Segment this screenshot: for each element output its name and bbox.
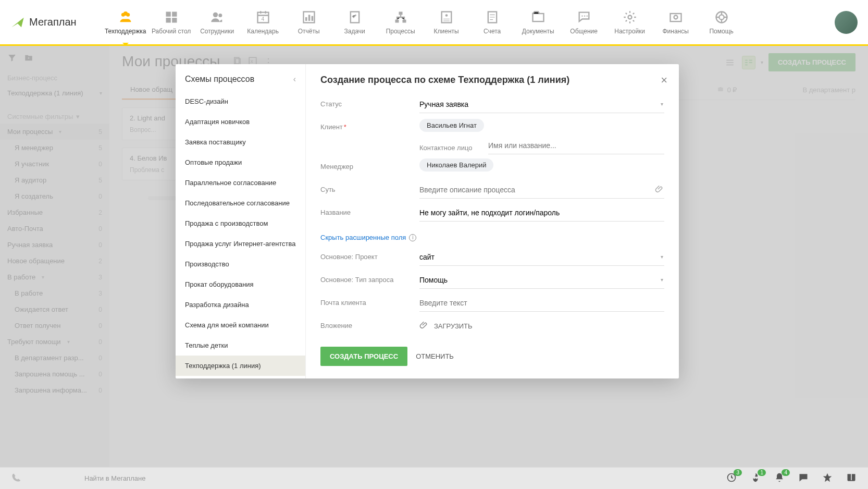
submit-button[interactable]: СОЗДАТЬ ПРОЦЕСС [320, 347, 407, 366]
nav-support[interactable]: Техподдержка [103, 10, 148, 35]
status-select[interactable] [419, 96, 664, 113]
staff-icon [210, 10, 225, 25]
book-icon[interactable] [846, 472, 857, 485]
top-nav: Мегаплан ТехподдержкаРабочий столСотрудн… [0, 0, 868, 46]
label-email: Почта клиента [320, 295, 419, 307]
badge-fire: 1 [758, 469, 766, 476]
scheme-item[interactable]: Продажа услуг Интернет-агентства [176, 234, 305, 254]
nav-chat[interactable]: Общение [561, 10, 607, 35]
svg-text:4: 4 [261, 16, 264, 22]
project-select[interactable] [419, 249, 664, 266]
nav-finance[interactable]: Финансы [653, 10, 699, 35]
row-client: Клиент* Васильев Игнат Контактное лицо [320, 119, 664, 154]
phone-icon[interactable] [11, 473, 22, 484]
nav-reports[interactable]: Отчёты [286, 10, 332, 35]
scheme-item[interactable]: Прокат оборудования [176, 274, 305, 295]
nav-tasks[interactable]: Задачи [332, 10, 378, 35]
cancel-button[interactable]: ОТМЕНИТЬ [416, 352, 454, 360]
scheme-item[interactable]: Параллельное согласование [176, 173, 305, 193]
paperclip-icon [419, 321, 429, 332]
nav-clients[interactable]: Клиенты [424, 10, 469, 35]
row-status: Статус ▾ [320, 96, 664, 115]
svg-rect-13 [308, 15, 310, 21]
global-search-placeholder[interactable]: Найти в Мегаплане [84, 474, 726, 482]
bell-icon[interactable]: 4 [774, 472, 785, 485]
label-project: Основное: Проект [320, 249, 419, 261]
upload-button[interactable]: ЗАГРУЗИТЬ [419, 317, 473, 335]
nav-help[interactable]: Помощь [699, 10, 745, 35]
nav-accounts[interactable]: Счета [469, 10, 515, 35]
nav-label: Календарь [247, 28, 279, 35]
close-icon[interactable]: × [661, 74, 667, 87]
nav-documents[interactable]: Документы [515, 10, 561, 35]
scheme-item[interactable]: Разработка дизайна [176, 295, 305, 315]
logo-text: Мегаплан [29, 16, 77, 28]
nav-desktop[interactable]: Рабочий стол [148, 10, 194, 35]
label-reqtype: Основное: Тип запроса [320, 272, 419, 284]
label-attachment: Вложение [320, 317, 419, 329]
svg-point-24 [584, 15, 585, 16]
logo-icon [10, 15, 25, 30]
bottom-icons: 3 1 4 [726, 472, 857, 485]
name-input[interactable] [419, 204, 664, 222]
nav-label: Настройки [614, 28, 645, 35]
svg-point-7 [213, 12, 217, 17]
star-icon[interactable] [822, 472, 833, 485]
scheme-item[interactable]: Техподдержка (1 линия) [176, 356, 305, 376]
fire-icon[interactable]: 1 [750, 472, 761, 485]
chat-icon [577, 10, 591, 25]
upload-label: ЗАГРУЗИТЬ [434, 322, 473, 330]
reqtype-select[interactable] [419, 272, 664, 289]
row-essence: Суть [320, 181, 664, 200]
info-icon: i [409, 234, 416, 241]
essence-input[interactable] [419, 181, 664, 199]
scheme-item[interactable]: Продажа с производством [176, 213, 305, 234]
svg-point-2 [123, 11, 128, 15]
label-client: Клиент* [320, 119, 419, 131]
nav-calendar[interactable]: 4Календарь [240, 10, 286, 35]
scheme-item[interactable]: Оптовые продажи [176, 152, 305, 173]
nav-label: Общение [570, 28, 598, 35]
row-email: Почта клиента [320, 295, 664, 313]
row-manager: Менеджер Николаев Валерий [320, 158, 664, 177]
back-icon[interactable]: ‹ [293, 75, 296, 84]
svg-rect-14 [311, 16, 313, 20]
scheme-item[interactable]: Заявка поставщику [176, 132, 305, 152]
scheme-item[interactable]: Адаптация новичков [176, 112, 305, 132]
scheme-item[interactable]: Теплые детки [176, 335, 305, 356]
nav-label: Клиенты [434, 28, 459, 35]
row-name: Название [320, 204, 664, 223]
nav-processes[interactable]: Процессы [378, 10, 424, 35]
logo[interactable]: Мегаплан [10, 15, 77, 30]
svg-rect-18 [402, 19, 406, 22]
avatar[interactable] [835, 11, 858, 34]
message-icon[interactable] [798, 472, 809, 485]
clients-icon [439, 10, 454, 25]
row-attachment: Вложение ЗАГРУЗИТЬ [320, 317, 664, 336]
nav-settings[interactable]: Настройки [607, 10, 653, 35]
paperclip-icon[interactable] [655, 185, 664, 196]
email-input[interactable] [419, 295, 664, 312]
scheme-item[interactable]: Последовательное согласование [176, 193, 305, 213]
nav-staff[interactable]: Сотрудники [194, 10, 240, 35]
scheme-item[interactable]: Схема для моей компании [176, 315, 305, 335]
nav-label: Техподдержка [105, 28, 146, 35]
client-chip[interactable]: Васильев Игнат [419, 119, 484, 132]
nav-label: Рабочий стол [152, 28, 191, 35]
modal-scheme-list-panel: Схемы процессов ‹ DESC-дизайнАдаптация н… [176, 64, 306, 378]
svg-rect-6 [172, 18, 177, 22]
scheme-item[interactable]: Производство [176, 254, 305, 274]
label-contact: Контактное лицо [419, 140, 482, 152]
badge-bell: 4 [782, 469, 790, 476]
contact-input[interactable] [488, 137, 664, 154]
toggle-extended-fields[interactable]: Скрыть расширенные поля i [320, 234, 416, 241]
row-reqtype: Основное: Тип запроса ▾ [320, 272, 664, 290]
clock-icon[interactable]: 3 [726, 472, 737, 485]
svg-point-26 [628, 15, 631, 19]
accounts-icon [485, 10, 500, 25]
svg-rect-12 [305, 17, 307, 21]
manager-chip[interactable]: Николаев Валерий [419, 158, 493, 172]
label-status: Статус [320, 96, 419, 108]
label-name: Название [320, 204, 419, 216]
scheme-item[interactable]: DESC-дизайн [176, 91, 305, 112]
